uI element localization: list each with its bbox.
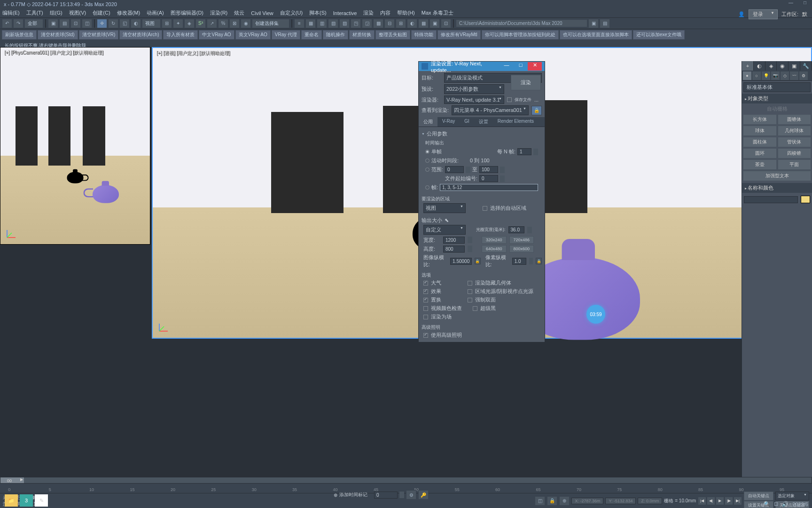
menu-view[interactable]: 视图(V) — [69, 9, 86, 16]
tool-3[interactable]: ⊡ — [70, 19, 81, 28]
tool-4[interactable]: ◫ — [82, 19, 92, 28]
menu-civil[interactable]: Civil View — [251, 10, 273, 16]
menu-script[interactable]: 脚本(S) — [309, 9, 327, 16]
frame-spinner[interactable] — [399, 492, 404, 498]
viewport-camera[interactable]: [+] [PhysCamera001] [用户定义] [默认明暗处理] — [0, 47, 150, 245]
script-refresh[interactable]: 刷新场景信息 — [2, 30, 37, 40]
preset-640-button[interactable]: 640x480 — [482, 245, 507, 253]
explorer-taskbar-icon[interactable]: 📁 — [5, 494, 18, 507]
preset-720-button[interactable]: 720x486 — [509, 236, 534, 244]
view-dropdown[interactable]: 视图 — [142, 19, 161, 28]
menu-help[interactable]: 帮助(H) — [397, 9, 414, 16]
video-check[interactable] — [423, 306, 428, 311]
login-dropdown[interactable]: 登录 — [749, 9, 778, 19]
pixel-aspect-spinner[interactable] — [529, 258, 533, 264]
script-import[interactable]: 导入所有材质 — [163, 30, 198, 40]
goto-end-button[interactable]: ▶| — [734, 497, 742, 505]
object-name-input[interactable] — [744, 196, 798, 203]
tool-29[interactable]: ⊡ — [441, 19, 451, 28]
category-dropdown[interactable]: 标准基本体 — [743, 82, 811, 92]
effects-check[interactable] — [423, 289, 428, 294]
dialog-maximize[interactable]: □ — [514, 62, 528, 71]
time-slider-handle[interactable]: 00 ▶ — [0, 477, 24, 483]
tab-elements[interactable]: Render Elements — [493, 117, 539, 127]
script-hint3[interactable]: 还可以添加exe文件哦 — [633, 30, 685, 40]
lock-pixel-button[interactable]: 🔒 — [536, 258, 542, 264]
file-num-input[interactable] — [479, 175, 498, 182]
super-check[interactable] — [473, 306, 477, 311]
width-input[interactable] — [443, 237, 465, 244]
next-frame-button[interactable]: |▶ — [725, 497, 733, 505]
object-type-header[interactable]: ▸ 对象类型 — [742, 94, 812, 103]
current-frame-input[interactable] — [374, 492, 398, 499]
auto-area-check[interactable] — [483, 206, 487, 211]
save-file-check[interactable] — [507, 97, 512, 102]
menu-edit[interactable]: 编辑(E) — [2, 9, 20, 16]
field-check[interactable] — [423, 315, 428, 319]
script-special[interactable]: 特殊功能 — [411, 30, 437, 40]
tool-9[interactable]: ⊞ — [162, 19, 172, 28]
output-dropdown[interactable]: 自定义 — [423, 225, 466, 235]
script-rename[interactable]: 重命名 — [301, 30, 322, 40]
textplus-button[interactable]: 加强型文本 — [743, 171, 811, 181]
selection-set-dropdown[interactable]: 创建选择集 — [252, 19, 289, 28]
range-to-input[interactable] — [479, 166, 498, 173]
active-range-radio[interactable] — [425, 159, 429, 163]
tool-21[interactable]: ◳ — [351, 19, 361, 28]
coord-x[interactable]: X: -2787.36m — [571, 498, 603, 504]
menu-modifiers[interactable]: 修改器(M) — [117, 9, 141, 16]
height-spinner[interactable] — [468, 246, 472, 252]
systems-icon[interactable]: ⚙ — [799, 71, 808, 80]
preset-320-button[interactable]: 320x240 — [482, 236, 507, 244]
utilities-tab[interactable]: 🔧 — [800, 61, 812, 71]
tool-27[interactable]: ▦ — [418, 19, 429, 28]
force2-check[interactable] — [468, 298, 472, 302]
plane-button[interactable]: 平面 — [778, 159, 812, 170]
frames-input[interactable] — [440, 184, 538, 191]
rotate-button[interactable]: ↻ — [108, 19, 118, 28]
render-button[interactable]: 渲染 — [511, 75, 541, 90]
script-cn-ao[interactable]: 中文VRay AO — [199, 30, 234, 40]
area-dropdown[interactable]: 视图 — [423, 203, 466, 213]
width-spinner[interactable] — [468, 237, 472, 243]
use-advlight-check[interactable] — [423, 333, 428, 338]
script-vraymtl[interactable]: 修改所有VRayMtl — [437, 30, 481, 40]
preset-dropdown[interactable]: 2022小图参数 — [444, 84, 504, 94]
tool-19[interactable]: ▧ — [328, 19, 338, 28]
tool-18[interactable]: ▥ — [317, 19, 327, 28]
time-config-button[interactable]: ⚙ — [406, 490, 416, 500]
hierarchy-tab[interactable]: ◈ — [765, 61, 777, 71]
tab-common[interactable]: 公用 — [419, 117, 437, 127]
motion-tab[interactable]: ◉ — [777, 61, 789, 71]
tool-14[interactable]: ⊠ — [229, 19, 240, 28]
menu-tools[interactable]: 工具(T) — [26, 9, 43, 16]
single-frame-radio[interactable] — [425, 150, 429, 154]
add-marker[interactable]: ⊕ — [334, 492, 337, 498]
aperture-input[interactable] — [508, 226, 524, 233]
hidden-check[interactable] — [468, 281, 472, 286]
preset-800-button[interactable]: 800x600 — [509, 245, 534, 253]
space-icon[interactable]: 〰 — [790, 71, 798, 80]
tool-s3[interactable]: S³ — [195, 19, 206, 28]
tool-16[interactable]: ≡ — [294, 19, 304, 28]
pixel-aspect-input[interactable] — [512, 258, 526, 265]
menu-animation[interactable]: 动画(A) — [147, 9, 164, 16]
range-to-spinner[interactable] — [500, 167, 505, 173]
every-n-spinner[interactable] — [533, 149, 538, 155]
tab-settings[interactable]: 设置 — [474, 117, 493, 127]
tray-sound-icon[interactable]: 🔊 — [782, 501, 789, 507]
goto-start-button[interactable]: |◀ — [698, 497, 706, 505]
height-input[interactable] — [443, 246, 465, 253]
tool-24[interactable]: ⊟ — [384, 19, 395, 28]
tray-icon-2[interactable]: ⊡ — [774, 501, 778, 507]
name-color-header[interactable]: ▸ 名称和颜色 — [742, 183, 812, 193]
tab-gi[interactable]: GI — [460, 117, 474, 127]
script-clear-std[interactable]: 清空材质球(Std) — [38, 30, 78, 40]
file-num-spinner[interactable] — [500, 175, 505, 182]
tool-30[interactable]: ▣ — [588, 19, 599, 28]
dialog-minimize[interactable]: — — [500, 62, 514, 71]
aspect-input[interactable] — [450, 258, 472, 265]
menu-antivirus[interactable]: Max 杀毒卫士 — [422, 9, 453, 16]
selected-dropdown[interactable]: 选定对象 — [775, 492, 809, 500]
cameras-icon[interactable]: 📷 — [771, 71, 780, 80]
